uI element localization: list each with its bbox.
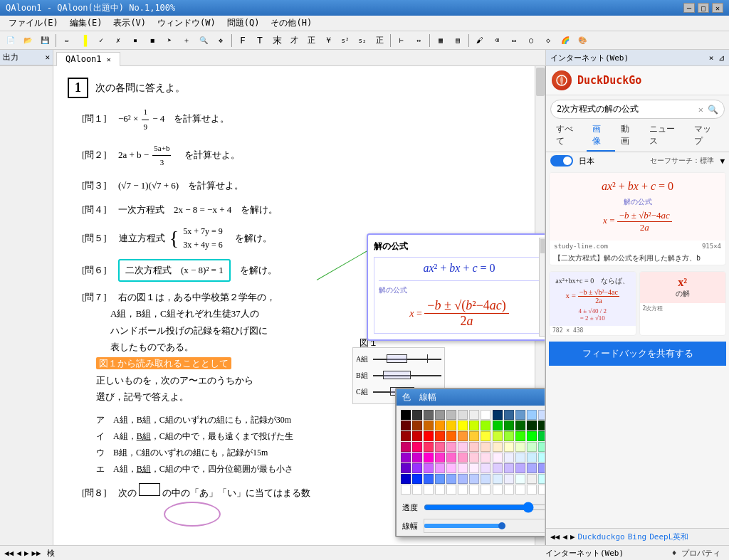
zoom-btn[interactable]: 🔍 [196,33,211,48]
bar-btn[interactable]: ▤ [450,33,466,48]
save-btn[interactable]: 💾 [37,33,53,48]
search-icon[interactable]: 🔍 [708,105,718,115]
color-btn[interactable]: 🎨 [575,33,590,48]
color-cell[interactable] [424,453,434,463]
color-cell[interactable] [401,474,411,484]
color-grid[interactable] [397,406,545,499]
color-cell[interactable] [504,463,514,473]
color-cell[interactable] [538,485,545,495]
filter-japan[interactable]: 日本 [579,156,594,167]
shape2-btn[interactable]: ◯ [523,33,539,48]
color-cell[interactable] [481,453,491,463]
menu-view[interactable]: 表示(V) [107,16,152,31]
color-cell[interactable] [435,463,445,473]
doc-tab[interactable]: QAloon1 ✕ [56,52,120,67]
color-cell[interactable] [458,442,468,452]
rect2-btn[interactable]: ◼ [145,33,160,48]
color-cell[interactable] [412,485,422,495]
color-cell[interactable] [424,431,434,441]
rect-btn[interactable]: ▪ [127,33,143,48]
color-cell[interactable] [469,431,479,441]
brush-btn[interactable]: 🖌 [472,33,488,48]
color-cell[interactable] [401,421,411,430]
spread-btn[interactable]: ↔ [411,33,426,48]
bold-btn[interactable]: 末 [269,33,285,48]
property-btn[interactable]: ♦ プロパティ [672,548,720,559]
tab-news[interactable]: ニュース [644,120,688,152]
color-cell[interactable] [446,442,456,452]
color-cell[interactable] [424,485,434,495]
color-cell[interactable] [493,474,503,484]
color-cell[interactable] [446,453,456,463]
color-cell[interactable] [538,474,545,484]
color-cell[interactable] [412,410,422,420]
color-cell[interactable] [435,431,445,441]
color-cell[interactable] [401,410,411,420]
menu-edit[interactable]: 編集(E) [64,16,108,31]
color-cell[interactable] [493,485,503,495]
color-cell[interactable] [424,474,434,484]
nav-prev[interactable]: ◀ [562,532,567,541]
color-cell[interactable] [435,474,445,484]
color-cell[interactable] [412,421,422,430]
color-cell[interactable] [493,453,503,463]
color-cell[interactable] [458,453,468,463]
color-cell[interactable] [435,485,445,495]
color-cell[interactable] [527,421,537,430]
color-cell[interactable] [412,431,422,441]
feedback-banner[interactable]: フィードバックを共有する [549,342,726,366]
format-btn[interactable]: 才 [286,33,302,48]
nav-forward[interactable]: ▶ [24,549,29,558]
align-btn[interactable]: ⊢ [394,33,409,48]
hz-btn[interactable]: 正 [303,33,319,48]
color-cell[interactable] [469,474,479,484]
color-cell[interactable] [424,463,434,473]
color-cell[interactable] [458,431,468,441]
move-btn[interactable]: ✥ [213,33,229,48]
color-cell[interactable] [504,421,514,430]
color-cell[interactable] [493,442,503,452]
nav-next[interactable]: ▶ [570,532,575,541]
color-cell[interactable] [481,485,491,495]
tab-all[interactable]: すべて [550,120,587,152]
color-cell[interactable] [504,485,514,495]
color-cell[interactable] [515,474,525,484]
color-cell[interactable] [493,421,503,430]
color-cell[interactable] [458,410,468,420]
plus-btn[interactable]: ＋ [179,33,194,48]
color-cell[interactable] [515,442,525,452]
color-cell[interactable] [424,442,434,452]
color-cell[interactable] [469,453,479,463]
text-btn[interactable]: T [252,33,268,48]
nav-last[interactable]: ▶▶ [32,549,41,558]
color-cell[interactable] [527,485,537,495]
color-cell[interactable] [469,421,479,430]
color-cell[interactable] [527,463,537,473]
color-cell[interactable] [412,442,422,452]
sub-btn[interactable]: s₂ [355,33,370,48]
color-cell[interactable] [515,453,525,463]
browser-link-deepl[interactable]: DeepL英和 [649,532,688,542]
color-cell[interactable] [527,431,537,441]
color-cell[interactable] [446,463,456,473]
color-cell[interactable] [446,485,456,495]
color-cell[interactable] [435,453,445,463]
tab-video[interactable]: 動画 [615,120,644,152]
nav-first[interactable]: ◀◀ [4,549,14,558]
color-cell[interactable] [412,453,422,463]
color-cell[interactable] [515,463,525,473]
color-cell[interactable] [493,431,503,441]
color-cell[interactable] [481,421,491,430]
open-btn[interactable]: 📂 [20,33,36,48]
color-cell[interactable] [481,463,491,473]
rainbow-btn[interactable]: 🌈 [557,33,573,48]
clear-search-btn[interactable]: ✕ [698,105,703,115]
color-cell[interactable] [527,474,537,484]
color-cell[interactable] [446,410,456,420]
tab-map[interactable]: マップ [688,120,725,152]
menu-problem[interactable]: 問題(Q) [221,16,266,31]
safe-search-arrow[interactable]: ▼ [720,157,725,166]
toggle-japan[interactable] [550,155,573,167]
color-cell[interactable] [401,485,411,495]
color-cell[interactable] [493,463,503,473]
